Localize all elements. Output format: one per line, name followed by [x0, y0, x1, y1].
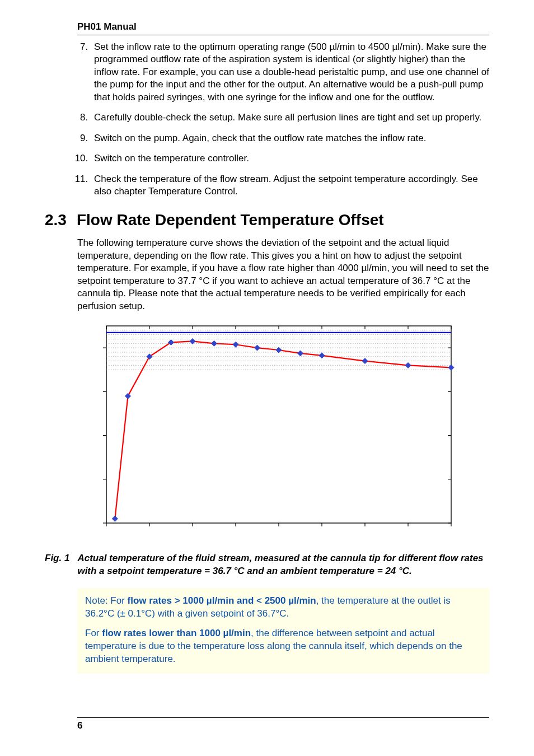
figure-caption: Fig. 1 Actual temperature of the fluid s…: [45, 552, 489, 578]
figure-label: Fig. 1: [45, 552, 69, 578]
note-bold: flow rates > 1000 µl/min and < 2500 µl/m…: [128, 595, 316, 606]
note-box: Note: For flow rates > 1000 µl/min and <…: [77, 588, 489, 674]
list-item: Check the temperature of the flow stream…: [91, 173, 489, 198]
section-heading: 2.3 Flow Rate Dependent Temperature Offs…: [45, 211, 489, 229]
figure-caption-text: Actual temperature of the fluid stream, …: [77, 552, 489, 578]
numbered-list: Set the inflow rate to the optimum opera…: [77, 41, 489, 198]
body-paragraph: The following temperature curve shows th…: [77, 237, 489, 312]
running-head: PH01 Manual: [77, 21, 489, 35]
list-item: Carefully double-check the setup. Make s…: [91, 111, 489, 124]
list-item: Switch on the temperature controller.: [91, 152, 489, 165]
page-number: 6: [77, 717, 489, 731]
note-bold: flow rates lower than 1000 µl/min: [102, 628, 251, 638]
temperature-chart: [77, 320, 489, 541]
section-title: Flow Rate Dependent Temperature Offset: [77, 211, 384, 229]
note-text: Note: For: [85, 595, 128, 606]
svg-rect-0: [106, 326, 451, 523]
list-item: Switch on the pump. Again, check that th…: [91, 132, 489, 144]
list-item: Set the inflow rate to the optimum opera…: [91, 41, 489, 104]
section-number: 2.3: [45, 211, 67, 229]
note-text: For: [85, 628, 102, 638]
